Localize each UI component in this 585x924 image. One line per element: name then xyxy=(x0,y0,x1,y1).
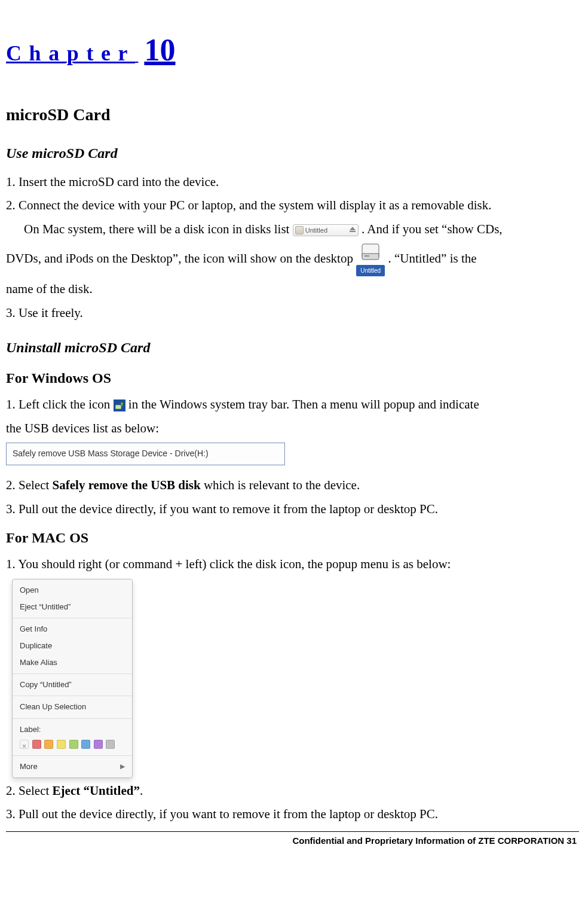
win-step-1-prefix: 1. Left click the icon xyxy=(6,397,114,411)
use-step-2c-suffix: . “Untitled” is the xyxy=(388,251,476,266)
mac-context-menu[interactable]: Open Eject “Untitled” Get Info Duplicate… xyxy=(12,579,133,778)
mac-step-3: 3. Pull out the device directly, if you … xyxy=(6,804,579,825)
disk-list-hd-icon xyxy=(295,226,304,234)
win-step-1: 1. Left click the icon in the Windows sy… xyxy=(6,394,579,416)
disk-list-label: Untitled xyxy=(305,227,327,234)
eject-icon xyxy=(350,227,356,230)
label-swatch-none[interactable]: × xyxy=(20,740,29,749)
label-swatch-yellow[interactable] xyxy=(57,740,66,749)
use-step-2c-prefix: DVDs, and iPods on the Desktop”, the ico… xyxy=(6,251,353,266)
submenu-arrow-icon: ▶ xyxy=(120,761,125,772)
disk-list-icon: Untitled xyxy=(293,224,359,236)
use-step-1: 1. Insert the microSD card into the devi… xyxy=(6,172,579,193)
use-step-2a: 2. Connect the device with your PC or la… xyxy=(6,195,579,216)
win-step-2-bold: Safely remove the USB disk xyxy=(53,478,201,492)
svg-rect-3 xyxy=(115,405,121,409)
safely-remove-menu-item[interactable]: Safely remove USB Mass Storage Device - … xyxy=(13,449,209,458)
menu-item-copy[interactable]: Copy “Untitled” xyxy=(13,676,132,693)
menu-sep xyxy=(13,696,132,696)
menu-sep xyxy=(13,755,132,756)
mac-step-2-suffix: . xyxy=(140,783,143,798)
menu-label-swatches[interactable]: × xyxy=(13,736,132,753)
footer-separator xyxy=(6,831,579,832)
menu-sep xyxy=(13,718,132,719)
subsection-uninstall: Uninstall microSD Card xyxy=(6,336,579,360)
windows-heading: For Windows OS xyxy=(6,366,579,391)
chapter-word: Chapter xyxy=(6,41,135,65)
menu-item-cleanup[interactable]: Clean Up Selection xyxy=(13,699,132,715)
chapter-number: 10 xyxy=(144,33,175,67)
section-title: microSD Card xyxy=(6,100,579,129)
use-step-2c: DVDs, and iPods on the Desktop”, the ico… xyxy=(6,243,579,276)
mac-step-2-bold: Eject “Untitled” xyxy=(53,783,140,798)
win-step-2-suffix: which is relevant to the device. xyxy=(201,478,360,492)
menu-item-duplicate[interactable]: Duplicate xyxy=(13,638,132,654)
mac-step-1: 1. You should right (or command + left) … xyxy=(6,554,579,575)
mac-step-2: 2. Select Eject “Untitled”. xyxy=(6,780,579,802)
label-swatch-green[interactable] xyxy=(69,740,78,749)
desktop-disk-icon: Untitled xyxy=(356,243,385,276)
desktop-disk-label: Untitled xyxy=(356,265,385,276)
menu-sep xyxy=(13,618,132,618)
mac-heading: For MAC OS xyxy=(6,526,579,550)
win-step-1-suffix: in the Windows system tray bar. Then a m… xyxy=(128,397,479,411)
label-swatch-red[interactable] xyxy=(32,740,41,749)
win-step-2-prefix: 2. Select xyxy=(6,478,53,492)
use-step-3: 3. Use it freely. xyxy=(6,303,579,324)
subsection-use: Use microSD Card xyxy=(6,141,579,166)
win-step-1-line2: the USB devices list as below: xyxy=(6,418,579,440)
menu-item-makealias[interactable]: Make Alias xyxy=(13,654,132,671)
use-step-2d: name of the disk. xyxy=(6,279,579,300)
menu-item-eject[interactable]: Eject “Untitled” xyxy=(13,599,132,615)
safely-remove-menu[interactable]: Safely remove USB Mass Storage Device - … xyxy=(6,443,285,465)
mac-step-2-prefix: 2. Select xyxy=(6,783,53,798)
win-step-2: 2. Select Safely remove the USB disk whi… xyxy=(6,475,579,496)
menu-sep xyxy=(13,673,132,674)
menu-item-getinfo[interactable]: Get Info xyxy=(13,621,132,638)
chapter-heading: Chapter 10 xyxy=(6,24,579,77)
menu-item-more[interactable]: More ▶ xyxy=(13,758,132,775)
label-swatch-purple[interactable] xyxy=(94,740,103,749)
svg-rect-1 xyxy=(365,255,369,257)
label-swatch-gray[interactable] xyxy=(106,740,115,749)
menu-item-open[interactable]: Open xyxy=(13,582,132,599)
use-step-2b-suffix: . And if you set “show CDs, xyxy=(362,222,503,236)
safely-remove-tray-icon xyxy=(114,400,125,411)
menu-item-more-label: More xyxy=(20,760,38,773)
footer-text: Confidential and Proprietary Information… xyxy=(6,833,579,849)
use-step-2b: On Mac system, there will be a disk icon… xyxy=(6,219,579,240)
use-step-2b-prefix: On Mac system, there will be a disk icon… xyxy=(24,222,289,236)
label-swatch-orange[interactable] xyxy=(44,740,53,749)
win-step-3: 3. Pull out the device directly, if you … xyxy=(6,499,579,520)
label-swatch-blue[interactable] xyxy=(81,740,90,749)
menu-item-label: Label: xyxy=(13,721,132,736)
